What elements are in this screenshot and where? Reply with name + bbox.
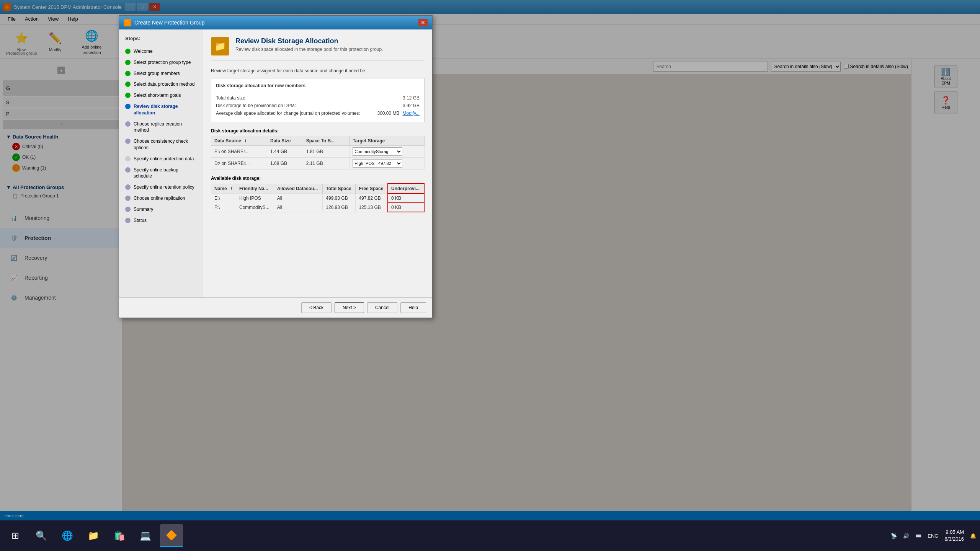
search-taskbar-icon: 🔍 [36, 530, 47, 541]
dialog-close-button[interactable]: ✕ [418, 19, 428, 26]
store-icon: 🛍️ [114, 530, 125, 541]
avail-row2-free: 125.13 GB [356, 203, 388, 212]
avail-col-under[interactable]: Underprovi... [388, 184, 424, 194]
step-select-members-dot [125, 71, 131, 76]
avail-row1-total: 499.93 GB [323, 194, 356, 203]
avail-row2-total: 126.93 GB [323, 203, 356, 212]
help-dialog-button[interactable]: Help [400, 302, 426, 313]
allocation-box: Disk storage allocation for new members … [211, 78, 425, 122]
step-online-protection-dot [125, 156, 131, 161]
details-title: Disk storage allocation details: [211, 128, 425, 134]
total-data-size-value: 3.12 GB [403, 95, 420, 101]
allocation-row-provisioned: Disk storage to be provisoned on DPM: 3.… [216, 102, 420, 109]
available-storage-table: Name / Friendly Na... Allowed Datasou...… [211, 183, 425, 212]
next-button[interactable]: Next > [335, 302, 364, 313]
avail-row1-friendly: High IPOS [236, 194, 274, 203]
avail-col-name[interactable]: Name / [211, 184, 236, 194]
step-welcome[interactable]: Welcome [119, 46, 203, 57]
allocation-box-title: Disk storage allocation for new members [216, 83, 420, 91]
row1-target: CommodityStorag High IPOS - 497.82 [350, 146, 425, 158]
dialog-title: Create New Protection Group [134, 20, 418, 26]
step-online-replication[interactable]: Choose online replication [119, 193, 203, 204]
avail-row1-name: E:\ [211, 194, 236, 203]
row2-spacetob: 2.11 GB [303, 158, 350, 170]
terminal-icon: 💻 [140, 530, 151, 541]
modify-link[interactable]: Modify... [403, 111, 420, 116]
step-online-retention-dot [125, 184, 131, 190]
step-select-type-dot [125, 60, 131, 65]
dialog-body: Steps: Welcome Select protection group t… [119, 29, 432, 297]
page-header-icon: 📁 [211, 37, 229, 55]
step-replica-creation[interactable]: Choose replica creation method [119, 119, 203, 136]
avail-col-friendly[interactable]: Friendly Na... [236, 184, 274, 194]
store-button[interactable]: 🛍️ [108, 524, 131, 547]
avail-col-total[interactable]: Total Space [323, 184, 356, 194]
dialog: 🔶 Create New Protection Group ✕ Steps: W… [119, 15, 433, 318]
folder-button[interactable]: 📁 [82, 524, 105, 547]
step-consistency-check[interactable]: Choose consistency check options [119, 136, 203, 153]
edge-button[interactable]: 🌐 [56, 524, 79, 547]
step-online-retention[interactable]: Specify online retention policy [119, 182, 203, 193]
notification-icon[interactable]: 🔔 [970, 533, 976, 539]
row2-target-select[interactable]: High IPOS - 497.82 CommodityStorag [353, 159, 402, 168]
dpm-taskbar-button[interactable]: 🔶 [160, 524, 183, 547]
step-review-disk[interactable]: Review disk storage allocation [119, 101, 203, 119]
taskbar-right: 📡 🔊 ⌨️ ENG 9:05 AM 8/3/2016 🔔 [891, 529, 976, 543]
step-welcome-dot [125, 49, 131, 54]
total-data-size-label: Total data size: [216, 95, 247, 101]
page-title: Review Disk Storage Allocation [235, 37, 383, 45]
dialog-titlebar: 🔶 Create New Protection Group ✕ [119, 16, 432, 29]
row2-datasource: D:\ on SHAREs... [211, 158, 267, 170]
step-status[interactable]: Status [119, 215, 203, 226]
row1-datasource: E:\ on SHAREs... [211, 146, 267, 158]
start-icon: ⊞ [11, 530, 19, 541]
step-short-term-dot [125, 93, 131, 98]
steps-title: Steps: [119, 36, 203, 46]
instruction-text: Review target storage assigned for each … [211, 68, 425, 73]
avail-row2-allowed: All [274, 203, 323, 212]
taskbar: ⊞ 🔍 🌐 📁 🛍️ 💻 🔶 📡 🔊 ⌨️ ENG 9:05 AM 8/3/20… [0, 520, 980, 551]
cancel-button[interactable]: Cancel [367, 302, 397, 313]
row2-datasize: 1.68 GB [267, 158, 303, 170]
back-button[interactable]: < Back [301, 302, 332, 313]
terminal-button[interactable]: 💻 [134, 524, 157, 547]
step-online-protection[interactable]: Specify online protection data [119, 153, 203, 165]
step-online-backup[interactable]: Specify online backup schedule [119, 165, 203, 182]
avail-row2-friendly: CommodityS... [236, 203, 274, 212]
edge-icon: 🌐 [62, 530, 73, 541]
available-title: Available disk storage: [211, 176, 425, 181]
step-select-type[interactable]: Select protection group type [119, 57, 203, 68]
step-replica-creation-dot [125, 121, 131, 127]
step-select-members[interactable]: Select group members [119, 68, 203, 79]
step-review-disk-dot [125, 104, 131, 109]
table-row: E:\ on SHAREs... 1.44 GB 1.81 GB Commodi… [211, 146, 425, 158]
taskbar-time: 9:05 AM 8/3/2016 [944, 529, 964, 543]
change-journal-value: 300.00 MB Modify... [377, 111, 420, 116]
avail-row1-allowed: All [274, 194, 323, 203]
folder-icon: 📁 [88, 530, 99, 541]
step-short-term[interactable]: Select short-term goals [119, 90, 203, 101]
step-online-replication-dot [125, 196, 131, 201]
page-header: 📁 Review Disk Storage Allocation Review … [211, 37, 425, 60]
col-data-size[interactable]: Data Size [267, 136, 303, 146]
search-taskbar-button[interactable]: 🔍 [30, 524, 53, 547]
allocation-details-table: Data Source / Data Size Space To B... Ta… [211, 136, 425, 170]
avail-row2-under: 0 KB [388, 203, 424, 212]
avail-row: E:\ High IPOS All 499.93 GB 497.82 GB 0 … [211, 194, 425, 203]
row2-target: High IPOS - 497.82 CommodityStorag [350, 158, 425, 170]
avail-col-free[interactable]: Free Space [356, 184, 388, 194]
avail-row: F:\ CommodityS... All 126.93 GB 125.13 G… [211, 203, 425, 212]
row1-target-select[interactable]: CommodityStorag High IPOS - 497.82 [353, 147, 402, 156]
step-status-dot [125, 218, 131, 223]
step-select-protection[interactable]: Select data protection method [119, 79, 203, 90]
step-select-protection-dot [125, 82, 131, 87]
row1-spacetob: 1.81 GB [303, 146, 350, 158]
start-button[interactable]: ⊞ [4, 524, 27, 547]
col-data-source[interactable]: Data Source / [211, 136, 267, 146]
disk-provision-value: 3.92 GB [403, 103, 420, 108]
col-target-storage[interactable]: Target Storage [350, 136, 425, 146]
avail-col-allowed[interactable]: Allowed Datasou... [274, 184, 323, 194]
col-space-to-b[interactable]: Space To B... [303, 136, 350, 146]
step-summary[interactable]: Summary [119, 204, 203, 215]
network-icon: 📡 [891, 533, 897, 539]
